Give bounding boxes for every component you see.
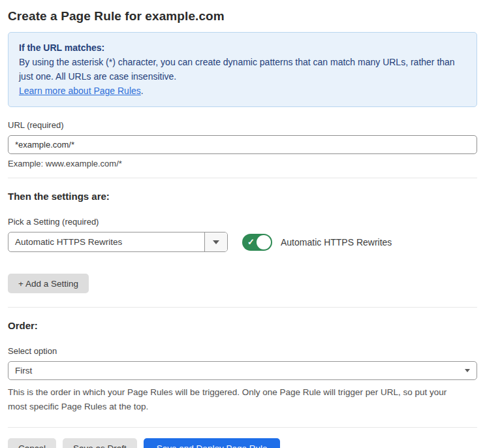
footer-actions: Cancel Save as Draft Save and Deploy Pag… xyxy=(8,438,477,448)
order-section: Order: Select option First This is the o… xyxy=(8,320,477,414)
info-box-heading: If the URL matches: xyxy=(19,40,466,55)
url-field-label: URL (required) xyxy=(8,120,477,130)
save-and-deploy-button[interactable]: Save and Deploy Page Rule xyxy=(144,438,281,448)
toggle-knob xyxy=(257,235,271,249)
url-input[interactable] xyxy=(8,135,477,154)
setting-select-arrow-button[interactable] xyxy=(204,232,227,251)
https-rewrites-toggle[interactable]: ✓ xyxy=(242,234,272,251)
save-as-draft-button[interactable]: Save as Draft xyxy=(63,438,137,448)
order-select-label: Select option xyxy=(8,346,477,356)
chevron-down-icon xyxy=(465,369,470,372)
info-box-body: By using the asterisk (*) character, you… xyxy=(19,55,466,98)
divider xyxy=(8,307,477,308)
link-suffix: . xyxy=(141,86,144,96)
add-setting-button[interactable]: + Add a Setting xyxy=(8,274,89,293)
settings-heading: Then the settings are: xyxy=(8,191,477,202)
url-matches-info-box: If the URL matches: By using the asteris… xyxy=(8,32,477,107)
divider xyxy=(8,178,477,178)
order-select[interactable]: First xyxy=(8,361,477,380)
info-box-body-text: By using the asterisk (*) character, you… xyxy=(19,57,455,82)
setting-row: Automatic HTTPS Rewrites ✓ Automatic HTT… xyxy=(8,232,477,252)
cancel-button[interactable]: Cancel xyxy=(8,438,56,448)
setting-select-value: Automatic HTTPS Rewrites xyxy=(8,232,204,251)
create-page-rule-panel: Create a Page Rule for example.com If th… xyxy=(0,0,485,448)
page-title: Create a Page Rule for example.com xyxy=(8,9,477,24)
divider xyxy=(8,427,477,428)
pick-setting-label: Pick a Setting (required) xyxy=(8,217,477,227)
toggle-label: Automatic HTTPS Rewrites xyxy=(281,237,392,248)
order-description: This is the order in which your Page Rul… xyxy=(8,385,468,414)
check-icon: ✓ xyxy=(247,237,255,248)
chevron-down-icon xyxy=(213,240,219,244)
setting-select[interactable]: Automatic HTTPS Rewrites xyxy=(8,232,228,252)
settings-section: Then the settings are: Pick a Setting (r… xyxy=(8,191,477,293)
learn-more-link[interactable]: Learn more about Page Rules xyxy=(19,86,141,96)
order-heading: Order: xyxy=(8,320,477,331)
order-select-value: First xyxy=(8,366,39,376)
url-field-hint: Example: www.example.com/* xyxy=(8,159,477,168)
